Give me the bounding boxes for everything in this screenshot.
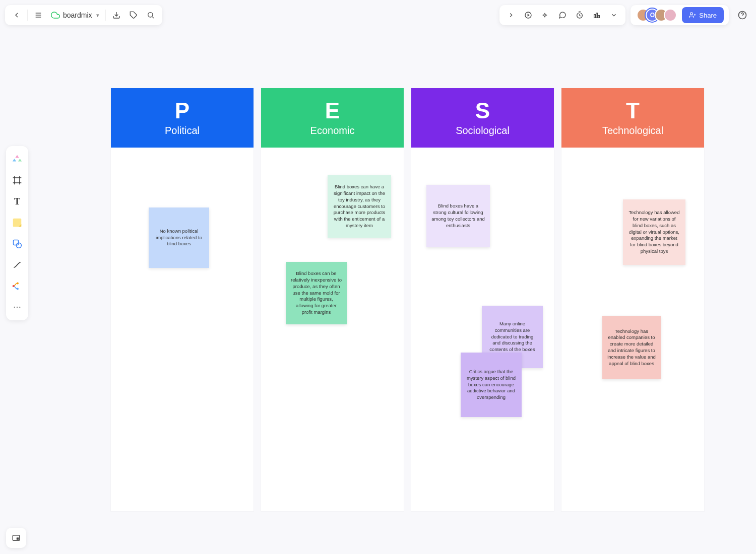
sticky-note[interactable]: No known political implications related … xyxy=(149,207,209,268)
column-title: Economic xyxy=(310,125,355,136)
column-letter: S xyxy=(475,100,490,122)
pest-column-technological[interactable]: TTechnological xyxy=(561,88,704,511)
sticky-note[interactable]: Technology has allowed for new variation… xyxy=(623,199,685,265)
column-title: Technological xyxy=(602,125,663,136)
column-letter: P xyxy=(175,100,190,122)
sticky-note[interactable]: Blind boxes have a strong cultural follo… xyxy=(426,185,490,247)
column-header: TTechnological xyxy=(561,88,704,148)
column-header: EEconomic xyxy=(261,88,404,148)
sticky-note[interactable]: Blind boxes can have a significant impac… xyxy=(328,175,391,238)
canvas[interactable]: PPoliticalEEconomicSSociologicalTTechnol… xyxy=(0,0,756,554)
column-header: SSociological xyxy=(411,88,554,148)
sticky-note[interactable]: Technology has enabled companies to crea… xyxy=(602,316,661,379)
sticky-note[interactable]: Blind boxes can be relatively inexpensiv… xyxy=(286,262,347,324)
pest-column-sociological[interactable]: SSociological xyxy=(411,88,554,511)
column-title: Political xyxy=(165,125,200,136)
sticky-note[interactable]: Critics argue that the mystery aspect of… xyxy=(461,353,522,417)
column-header: PPolitical xyxy=(111,88,254,148)
column-letter: E xyxy=(325,100,340,122)
pest-column-political[interactable]: PPolitical xyxy=(111,88,254,511)
column-title: Sociological xyxy=(456,125,510,136)
column-letter: T xyxy=(626,100,640,122)
